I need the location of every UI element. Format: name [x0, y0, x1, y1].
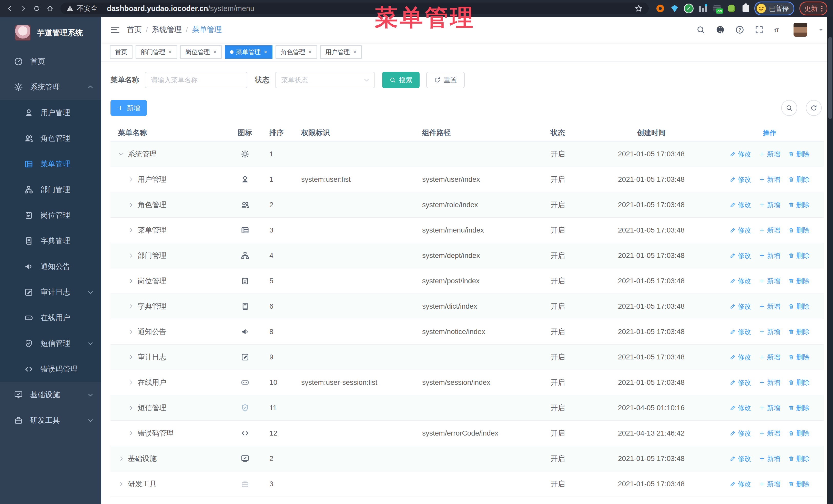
breadcrumb-item[interactable]: 菜单管理 — [192, 25, 222, 35]
fullscreen-icon[interactable] — [755, 25, 764, 34]
edit-link[interactable]: 修改 — [730, 302, 751, 311]
github-icon[interactable] — [716, 25, 725, 34]
edit-link[interactable]: 修改 — [730, 327, 751, 336]
sidebar-item[interactable]: 首页 — [0, 49, 101, 74]
app-logo[interactable]: 芋道管理系统 — [0, 17, 101, 49]
green-frog-extension-icon[interactable] — [727, 4, 736, 13]
expand-caret-icon[interactable] — [128, 405, 134, 411]
add-child-link[interactable]: 新增 — [759, 378, 781, 387]
expand-caret-icon[interactable] — [128, 227, 134, 233]
expand-caret-icon[interactable] — [118, 481, 124, 487]
blue-gem-extension-icon[interactable] — [670, 4, 679, 13]
delete-link[interactable]: 删除 — [788, 480, 810, 488]
delete-link[interactable]: 删除 — [788, 175, 810, 184]
expand-caret-icon[interactable] — [118, 151, 124, 157]
close-icon[interactable]: × — [353, 49, 357, 55]
delete-link[interactable]: 删除 — [788, 251, 810, 260]
expand-caret-icon[interactable] — [128, 379, 134, 386]
expand-caret-icon[interactable] — [128, 202, 134, 208]
sidebar-item[interactable]: 错误码管理 — [0, 356, 101, 382]
add-child-link[interactable]: 新增 — [759, 302, 781, 311]
edit-link[interactable]: 修改 — [730, 200, 751, 210]
add-child-link[interactable]: 新增 — [759, 404, 781, 412]
sidebar-item[interactable]: 菜单管理 — [0, 151, 101, 177]
search-icon[interactable] — [696, 25, 705, 34]
close-icon[interactable]: × — [213, 49, 217, 55]
expand-caret-icon[interactable] — [128, 430, 134, 436]
edit-link[interactable]: 修改 — [730, 251, 751, 260]
edit-link[interactable]: 修改 — [730, 175, 751, 184]
orange-ring-extension-icon[interactable] — [656, 4, 665, 13]
edit-link[interactable]: 修改 — [730, 378, 751, 387]
font-size-icon[interactable]: tT — [774, 25, 783, 34]
sidebar-item[interactable]: 研发工具 — [0, 408, 101, 433]
add-child-link[interactable]: 新增 — [759, 200, 781, 210]
columns-extension-icon[interactable] — [698, 4, 707, 13]
warning-icon[interactable] — [66, 5, 74, 12]
add-child-link[interactable]: 新增 — [759, 429, 781, 438]
tab[interactable]: 部门管理 × — [136, 45, 177, 59]
address-bar[interactable]: 不安全 dashboard.yudao.iocoder.cn /system/m… — [61, 3, 649, 14]
sidebar-item[interactable]: 岗位管理 — [0, 202, 101, 228]
toggle-search-button[interactable] — [781, 100, 797, 116]
sidebar-item[interactable]: 短信管理 — [0, 331, 101, 356]
delete-link[interactable]: 删除 — [788, 378, 810, 387]
edit-link[interactable]: 修改 — [730, 150, 751, 159]
tab[interactable]: 用户管理 × — [320, 45, 362, 59]
menu-dots-icon[interactable] — [821, 6, 823, 11]
expand-caret-icon[interactable] — [128, 176, 134, 183]
bookmark-star-icon[interactable] — [634, 4, 643, 13]
edit-link[interactable]: 修改 — [730, 429, 751, 438]
edit-link[interactable]: 修改 — [730, 404, 751, 412]
add-child-link[interactable]: 新增 — [759, 277, 781, 286]
sidebar-item[interactable]: 审计日志 — [0, 280, 101, 305]
refresh-table-button[interactable] — [806, 100, 822, 116]
close-icon[interactable]: × — [308, 49, 312, 55]
expand-caret-icon[interactable] — [128, 329, 134, 335]
scrollbar[interactable] — [827, 17, 833, 504]
edit-link[interactable]: 修改 — [730, 480, 751, 488]
delete-link[interactable]: 删除 — [788, 429, 810, 438]
sidebar-item[interactable]: 通知公告 — [0, 254, 101, 280]
search-button[interactable]: 搜索 — [382, 72, 420, 88]
browser-profile-badge[interactable]: 已暂停 — [754, 2, 794, 16]
add-child-link[interactable]: 新增 — [759, 251, 781, 260]
expand-caret-icon[interactable] — [128, 303, 134, 309]
green-check-extension-icon[interactable]: ✓ — [685, 4, 693, 13]
delete-link[interactable]: 删除 — [788, 150, 810, 159]
sidebar-item[interactable]: 字典管理 — [0, 228, 101, 254]
menu-name-input[interactable] — [145, 72, 247, 88]
add-child-link[interactable]: 新增 — [759, 353, 781, 362]
sidebar-item[interactable]: 系统管理 — [0, 74, 101, 100]
tab[interactable]: 菜单管理 × — [225, 45, 272, 59]
breadcrumb-item[interactable]: 系统管理 — [152, 25, 182, 35]
home-icon[interactable] — [44, 3, 56, 14]
edit-link[interactable]: 修改 — [730, 454, 751, 463]
help-icon[interactable]: ? — [735, 25, 744, 34]
add-child-link[interactable]: 新增 — [759, 226, 781, 235]
sidebar-item[interactable]: 在线用户 — [0, 305, 101, 331]
delete-link[interactable]: 删除 — [788, 404, 810, 412]
breadcrumb-item[interactable]: 首页 — [127, 25, 142, 35]
edit-link[interactable]: 修改 — [730, 277, 751, 286]
add-child-link[interactable]: 新增 — [759, 454, 781, 463]
add-child-link[interactable]: 新增 — [759, 327, 781, 336]
reload-icon[interactable] — [31, 3, 43, 14]
scrollbar-thumb[interactable] — [828, 37, 832, 119]
expand-caret-icon[interactable] — [128, 354, 134, 360]
delete-link[interactable]: 删除 — [788, 454, 810, 463]
status-select[interactable]: 菜单状态 — [275, 72, 375, 88]
screen-on-extension-icon[interactable] — [713, 4, 721, 13]
sidebar-item[interactable]: 角色管理 — [0, 126, 101, 151]
sidebar-item[interactable]: 部门管理 — [0, 177, 101, 202]
forward-icon[interactable] — [18, 3, 29, 14]
delete-link[interactable]: 删除 — [788, 200, 810, 210]
delete-link[interactable]: 删除 — [788, 277, 810, 286]
close-icon[interactable]: × — [168, 49, 172, 55]
edit-link[interactable]: 修改 — [730, 353, 751, 362]
caret-down-icon[interactable] — [818, 26, 824, 33]
browser-update-button[interactable]: 更新 — [800, 2, 827, 16]
hamburger-icon[interactable] — [110, 25, 120, 35]
sidebar-item[interactable]: 基础设施 — [0, 382, 101, 408]
tab[interactable]: 角色管理 × — [276, 45, 317, 59]
